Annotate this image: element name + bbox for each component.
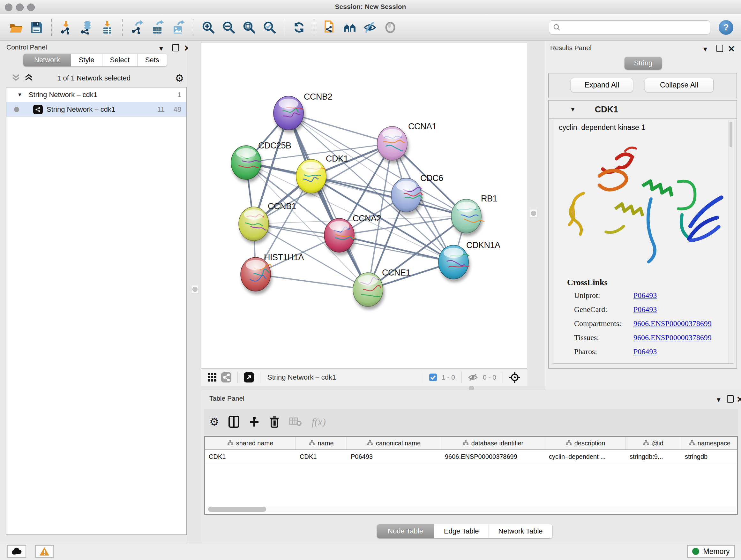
network-row[interactable]: String Network – cdk1 11 48 xyxy=(6,102,186,117)
import-network-file-button[interactable] xyxy=(58,18,75,37)
control-panel-float-icon[interactable] xyxy=(172,44,179,53)
table-panel-float-icon[interactable] xyxy=(727,395,734,404)
table-cell[interactable]: stringdb xyxy=(681,450,738,463)
save-session-button[interactable] xyxy=(28,18,45,37)
crosslink-link[interactable]: P06493 xyxy=(633,348,657,356)
table-cell[interactable]: cyclin–dependent ... xyxy=(545,450,626,463)
column-header-description[interactable]: description xyxy=(545,437,626,449)
delete-table-icon[interactable] xyxy=(289,417,302,427)
hidden-eye-icon[interactable] xyxy=(468,373,478,382)
network-edge[interactable] xyxy=(288,113,368,290)
crosslink-link[interactable]: 9606.ENSP00000378699 xyxy=(633,333,712,341)
network-node-CDKN1A[interactable]: CDKN1A xyxy=(439,240,500,279)
tab-node-table[interactable]: Node Table xyxy=(377,524,434,538)
column-header--id[interactable]: @id xyxy=(626,437,681,449)
crosslink-row: Uniprot: xyxy=(574,291,600,300)
tab-edge-table[interactable]: Edge Table xyxy=(434,524,489,538)
column-header-database-identifier[interactable]: database identifier xyxy=(441,437,545,449)
tab-string[interactable]: String xyxy=(624,57,662,70)
detach-view-icon[interactable] xyxy=(244,372,254,383)
protein-expander-icon[interactable]: ▼ xyxy=(570,106,576,113)
network-options-gear-icon[interactable]: ⚙ xyxy=(175,72,184,84)
crosslink-link[interactable]: P06493 xyxy=(633,291,657,300)
results-scrollbar[interactable] xyxy=(729,120,733,363)
right-splitter[interactable] xyxy=(527,41,545,390)
table-hscrollbar[interactable] xyxy=(206,506,736,512)
protein-header[interactable]: ▼ CDK1 xyxy=(549,101,737,119)
search-input[interactable] xyxy=(549,20,711,35)
export-image-button[interactable] xyxy=(170,18,186,37)
crosslink-link[interactable]: P06493 xyxy=(633,305,657,314)
help-button[interactable]: ? xyxy=(719,20,733,35)
column-header-canonical-name[interactable]: canonical name xyxy=(347,437,441,449)
tab-network-table[interactable]: Network Table xyxy=(489,524,552,538)
expand-all-button[interactable]: Expand All xyxy=(570,78,633,92)
table-cell[interactable]: P06493 xyxy=(347,450,441,463)
import-network-database-button[interactable] xyxy=(78,18,95,37)
grid-view-icon[interactable] xyxy=(207,373,217,382)
function-builder-icon[interactable]: f(x) xyxy=(312,416,326,428)
column-header-shared-name[interactable]: shared name xyxy=(205,437,296,449)
network-edge[interactable] xyxy=(256,274,368,290)
tab-sets[interactable]: Sets xyxy=(138,54,167,66)
table-hscrollbar-thumb[interactable] xyxy=(208,507,266,512)
network-node-RB1[interactable]: RB1 xyxy=(451,194,497,233)
network-label: String Network – cdk1 xyxy=(47,105,115,114)
export-network-button[interactable] xyxy=(129,18,145,37)
network-collection-row[interactable]: ▼ String Network – cdk1 1 xyxy=(6,87,186,102)
table-row[interactable]: CDK1CDK1P064939606.ENSP00000378699cyclin… xyxy=(205,450,737,463)
results-panel-menu-icon[interactable]: ▼ xyxy=(702,46,709,52)
zoom-fit-button[interactable] xyxy=(241,18,257,37)
network-view-icon[interactable] xyxy=(221,372,232,383)
hide-selection-button[interactable] xyxy=(361,18,378,37)
zoom-out-button[interactable] xyxy=(220,18,237,37)
cloud-status-button[interactable] xyxy=(7,545,26,558)
left-splitter-handle[interactable] xyxy=(191,285,199,294)
delete-column-trash-icon[interactable] xyxy=(269,416,280,428)
zoom-in-button[interactable] xyxy=(200,18,216,37)
table-settings-gear-icon[interactable]: ⚙ xyxy=(209,415,219,428)
crosslink-value: P06493 xyxy=(633,305,657,314)
column-header-namespace[interactable]: namespace xyxy=(681,437,738,449)
table-cell[interactable]: CDK1 xyxy=(296,450,347,463)
network-node-CDC6[interactable]: CDC6 xyxy=(391,173,443,212)
table-panel-menu-icon[interactable]: ▼ xyxy=(716,396,722,403)
network-canvas[interactable]: CCNB2CCNA1CDC25BCDK1CDC6RB1CCNB1CCNA2CDK… xyxy=(201,42,527,369)
table-cell[interactable]: CDK1 xyxy=(205,450,296,463)
add-column-icon[interactable] xyxy=(249,416,260,428)
table-panel-close-icon[interactable]: ✕ xyxy=(737,395,741,403)
collection-expander-icon[interactable]: ▼ xyxy=(17,92,22,98)
table-cell[interactable]: 9606.ENSP00000378699 xyxy=(441,450,545,463)
houses-button[interactable] xyxy=(341,18,358,37)
network-edge[interactable] xyxy=(288,113,392,143)
tab-style[interactable]: Style xyxy=(71,54,103,66)
warning-status-button[interactable] xyxy=(35,545,54,558)
tab-network[interactable]: Network xyxy=(23,54,71,66)
results-panel-close-icon[interactable]: ✕ xyxy=(728,45,735,53)
table-cell[interactable]: stringdb:9... xyxy=(626,450,681,463)
memory-button[interactable]: Memory xyxy=(687,545,735,558)
control-panel-menu-icon[interactable]: ▼ xyxy=(158,45,164,52)
import-table-button[interactable] xyxy=(99,18,116,37)
network-node-HIST1H1A[interactable]: HIST1H1A xyxy=(241,253,304,291)
zoom-selected-button[interactable] xyxy=(261,18,278,37)
apply-layout-button[interactable] xyxy=(291,18,307,37)
collapse-all-button[interactable]: Collapse All xyxy=(645,78,714,92)
show-selection-button[interactable] xyxy=(382,18,399,37)
network-node-CCNB2[interactable]: CCNB2 xyxy=(273,92,332,130)
column-header-name[interactable]: name xyxy=(296,437,347,449)
export-table-button[interactable] xyxy=(149,18,166,37)
network-node-CCNA1[interactable]: CCNA1 xyxy=(377,122,436,160)
new-network-from-selection-button[interactable] xyxy=(321,18,337,37)
right-splitter-handle[interactable] xyxy=(530,209,537,217)
network-node-CCNB1[interactable]: CCNB1 xyxy=(239,201,296,241)
left-splitter[interactable] xyxy=(188,41,202,543)
open-file-button[interactable] xyxy=(8,18,24,37)
birdseye-navigator-icon[interactable] xyxy=(509,371,521,383)
show-columns-icon[interactable] xyxy=(228,416,239,428)
tab-select[interactable]: Select xyxy=(103,54,138,66)
crosslink-link[interactable]: 9606.ENSP00000378699 xyxy=(633,319,712,327)
selected-checkbox-icon[interactable] xyxy=(429,373,437,381)
results-panel-float-icon[interactable] xyxy=(717,45,723,53)
network-node-CCNE1[interactable]: CCNE1 xyxy=(353,268,410,307)
